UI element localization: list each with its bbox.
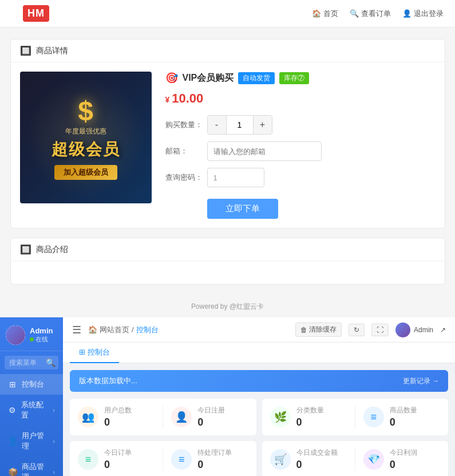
store-logo: HM — [11, 0, 61, 27]
share-icon[interactable]: ↗ — [440, 326, 446, 334]
stat-info-pending-orders: 待处理订单 0 — [197, 448, 232, 471]
product-image-inner: $ 年度最强优惠 超级会员 加入超级会员 — [52, 95, 120, 180]
user-mgmt-icon: 👤 — [8, 436, 17, 446]
stat-item-today-orders: ≡ 今日订单 0 — [78, 448, 155, 471]
qty-minus-btn[interactable]: - — [208, 116, 226, 134]
hamburger-btn[interactable]: ☰ — [72, 324, 81, 336]
sidebar-avatar — [6, 325, 25, 345]
categories-label: 分类数量 — [296, 406, 324, 415]
topbar-left: ☰ 🏠 网站首页 / 控制台 — [72, 324, 159, 336]
stat-info-categories: 分类数量 0 — [296, 406, 324, 428]
sidebar-avatar-img — [6, 325, 25, 345]
admin-user-badge: Admin — [395, 322, 433, 337]
stat-info-goods: 商品数量 0 — [390, 406, 417, 428]
admin-section: Admin 在线 🔍 ⊞ 控制台 ⚙ 系统配置 — [0, 317, 455, 476]
stat-item-goods: ≡ 商品数量 0 — [363, 406, 440, 428]
arrow-icon: › — [53, 407, 55, 414]
breadcrumb-current: 控制台 — [136, 325, 159, 335]
divider-1 — [163, 406, 163, 428]
tab-dashboard[interactable]: ⊞ 控制台 — [70, 343, 119, 363]
banner-link[interactable]: 更新记录 → — [403, 376, 439, 386]
total-users-label: 用户总数 — [104, 406, 132, 415]
sidebar-item-user-mgmt[interactable]: 👤 用户管理 › — [0, 426, 63, 457]
sidebar-item-dashboard[interactable]: ⊞ 控制台 — [0, 374, 63, 395]
goods-value: 0 — [390, 416, 417, 428]
today-sales-value: 0 — [296, 459, 338, 471]
product-intro-header: 🔲 商品介绍 — [11, 238, 445, 261]
stats-row-orders: ≡ 今日订单 0 ≡ 待处理订单 — [78, 448, 248, 471]
vip-subtitle: 年度最强优惠 — [52, 127, 120, 136]
sidebar-menu: ⊞ 控制台 ⚙ 系统配置 › 👤 用户管理 › 📦 商品管理 › — [0, 374, 63, 476]
sales-icon: 🛒 — [270, 449, 291, 470]
stats-card-orders: ≡ 今日订单 0 ≡ 待处理订单 — [70, 441, 256, 476]
tab-dashboard-icon: ⊞ — [79, 348, 85, 356]
divider-4 — [355, 448, 355, 471]
users-icon: 👥 — [78, 407, 98, 427]
product-info: 🎯 VIP会员购买 自动发货 库存⑦ ¥ 10.00 购买数量： — [165, 72, 436, 219]
sidebar-search[interactable]: 🔍 — [5, 356, 58, 369]
product-detail-header: 🔲 商品详情 — [11, 40, 445, 62]
divider-3 — [163, 448, 163, 471]
stats-card-users: 👥 用户总数 0 👤 今日注册 — [70, 399, 256, 435]
sidebar-status: 在线 — [30, 335, 53, 344]
vip-title-big: 超级会员 — [52, 139, 120, 160]
stats-row-users: 👥 用户总数 0 👤 今日注册 — [78, 406, 248, 428]
order-btn[interactable]: 立即下单 — [207, 199, 278, 219]
refresh-btn[interactable]: ↻ — [349, 324, 365, 336]
today-profit-value: 0 — [390, 459, 417, 471]
stat-item-categories: 🌿 分类数量 0 — [270, 406, 347, 428]
arrow-icon-2: › — [53, 438, 55, 444]
nav-logout-link[interactable]: 👤 退出登录 — [402, 9, 444, 19]
nav-orders-link[interactable]: 🔍 查看订单 — [350, 9, 391, 19]
store-header: HM 🏠 首页 🔍 查看订单 👤 退出登录 — [0, 0, 455, 27]
stat-info-total-users: 用户总数 0 — [104, 406, 132, 428]
stat-item-pending-orders: ≡ 待处理订单 0 — [171, 448, 248, 471]
nav-home-link[interactable]: 🏠 首页 — [312, 9, 338, 19]
total-users-value: 0 — [104, 416, 132, 428]
today-orders-value: 0 — [104, 459, 132, 471]
product-detail-card: 🔲 商品详情 $ 年度最强优惠 超级会员 加入超级会员 — [10, 39, 445, 229]
query-row: 查询密码： — [165, 168, 436, 187]
sidebar-item-goods-mgmt[interactable]: 📦 商品管理 › — [0, 457, 63, 476]
search-icon: 🔍 — [350, 9, 359, 18]
divider-2 — [355, 406, 355, 428]
status-dot — [30, 337, 34, 341]
stat-item-today-reg: 👤 今日注册 0 — [171, 406, 248, 428]
today-orders-icon: ≡ — [78, 449, 98, 470]
product-intro-card: 🔲 商品介绍 — [10, 238, 445, 285]
pending-orders-label: 待处理订单 — [197, 448, 232, 458]
qty-plus-btn[interactable]: + — [254, 116, 272, 134]
product-intro-body — [11, 261, 445, 284]
stat-info-today-profit: 今日利润 0 — [390, 448, 417, 471]
stat-item-total-users: 👥 用户总数 0 — [78, 406, 155, 428]
profit-icon: 💎 — [363, 449, 384, 470]
store-main: 🔲 商品详情 $ 年度最强优惠 超级会员 加入超级会员 — [10, 39, 445, 285]
fullscreen-icon: ⛶ — [377, 326, 383, 334]
product-price: ¥ 10.00 — [165, 91, 436, 106]
email-input[interactable] — [207, 141, 322, 161]
sidebar-search-icon: 🔍 — [46, 358, 56, 367]
breadcrumb-home-icon: 🏠 — [88, 325, 97, 334]
qty-input[interactable] — [226, 116, 254, 134]
product-image: $ 年度最强优惠 超级会员 加入超级会员 — [20, 72, 152, 203]
sidebar-search-input[interactable] — [9, 359, 43, 367]
vip-join-btn: 加入超级会员 — [54, 165, 117, 180]
fullscreen-btn[interactable]: ⛶ — [371, 324, 389, 336]
topbar-right: 🗑 清除缓存 ↻ ⛶ Admin ↗ — [295, 322, 446, 337]
goods-icon: 📦 — [8, 467, 17, 476]
query-input[interactable] — [207, 168, 264, 187]
stats-row-finance: 🛒 今日成交金额 0 💎 今日利润 — [270, 448, 441, 471]
clear-icon: 🗑 — [300, 326, 307, 334]
user-icon: 👤 — [402, 9, 412, 18]
product-title: VIP会员购买 — [183, 72, 234, 84]
admin-avatar-sm — [395, 322, 410, 337]
clear-cache-btn[interactable]: 🗑 清除缓存 — [295, 322, 342, 337]
sidebar-item-system-config[interactable]: ⚙ 系统配置 › — [0, 395, 63, 426]
reg-icon: 👤 — [171, 407, 192, 427]
arrow-icon-3: › — [53, 469, 55, 475]
qty-row: 购买数量： - + — [165, 115, 436, 135]
detail-header-icon: 🔲 — [20, 45, 31, 56]
product-title-icon: 🎯 — [165, 72, 178, 84]
pending-orders-icon: ≡ — [171, 449, 192, 470]
qty-label: 购买数量： — [165, 120, 203, 130]
